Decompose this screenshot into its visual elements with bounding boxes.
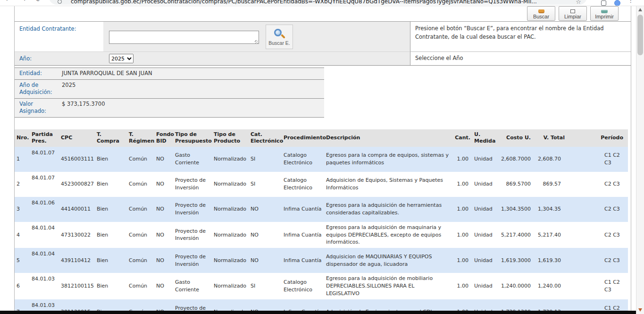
- entity-summary: Entidad: JUNTA PARROQUIAL DE SAN JUAN Añ…: [15, 68, 324, 118]
- col-header-periodo: Período: [567, 129, 628, 147]
- cell-tregimen: Común: [127, 172, 154, 197]
- cell-tcompra: Bien: [95, 222, 127, 248]
- cell-tipopresupuesto: Proyecto de Inversión: [173, 197, 212, 222]
- extensions-icon[interactable]: [601, 0, 606, 6]
- cell-periodo: C1 C2 C3: [567, 273, 628, 299]
- entity-row-value: $ 373,175.3700: [58, 99, 324, 117]
- cell-umedida: Unidad: [472, 147, 496, 172]
- cell-umedida: Unidad: [472, 222, 496, 248]
- cell-descripcion: Egresos para la adquisición de maquinari…: [324, 222, 451, 248]
- cell-vtotal: 869.57: [533, 172, 567, 197]
- bookmark-star-icon[interactable]: ☆: [576, 0, 581, 5]
- cell-tregimen: Común: [127, 273, 154, 299]
- cell-umedida: Unidad: [472, 172, 496, 197]
- col-header-nro: Nro.: [15, 129, 30, 147]
- textarea-resize-grip[interactable]: [255, 40, 258, 43]
- col-header-partida: Partida Pres.: [30, 129, 59, 147]
- cell-periodo: C2 C3: [567, 222, 628, 248]
- cell-vtotal: 5,217.40: [533, 222, 567, 248]
- pac-table-body: 1 84.01.07 4516003111 Bien Común NO Gast…: [15, 147, 628, 314]
- cell-periodo: C2 C3: [567, 172, 628, 197]
- cell-cpc: 4516003111: [59, 147, 95, 172]
- cell-tipopresupuesto: Proyecto de Inversión: [173, 222, 212, 248]
- cell-nro: 4: [15, 222, 30, 248]
- cell-partida: 84.01.06: [30, 197, 59, 222]
- cell-tipoproducto: Normalizado: [212, 197, 249, 222]
- page-content: Buscar Limpiar Imprimir Entidad Contrata…: [14, 6, 631, 314]
- col-header-procedimiento: Procedimiento: [282, 129, 324, 147]
- imprimir-button-label: Imprimir: [595, 14, 614, 19]
- back-icon[interactable]: ←: [6, 0, 11, 3]
- browser-toolbar: ← → ⟳ compraspublicas.gob.ec/ProcesoCont…: [0, 0, 644, 6]
- bottom-black-strip: [0, 311, 636, 314]
- profile-avatar[interactable]: [614, 0, 620, 6]
- cell-procedimiento: Infima Cuantía: [282, 197, 324, 222]
- cell-cant: 1.00: [451, 222, 472, 248]
- cell-costou: 1,240.0000: [496, 273, 533, 299]
- cell-catelectronico: NO: [249, 248, 282, 273]
- cell-tipoproducto: Normalizado: [212, 273, 249, 299]
- forward-icon[interactable]: →: [21, 0, 26, 3]
- table-row: 6 84.01.03 3812100115 Bien Común NO Gast…: [15, 273, 628, 299]
- cell-costou: 5,217.4000: [496, 222, 533, 248]
- col-header-tcompra: T. Compra: [95, 129, 127, 147]
- cell-tipopresupuesto: Proyecto de Inversión: [173, 172, 212, 197]
- cell-umedida: Unidad: [472, 273, 496, 299]
- entity-row-value: 2025: [58, 80, 324, 98]
- anio-help-text: Seleccione el Año: [410, 52, 631, 65]
- page-scrollbar[interactable]: [636, 6, 644, 314]
- anio-input-cell: 2025: [103, 52, 410, 65]
- site-info-icon[interactable]: [58, 0, 62, 4]
- buscar-e-label: Buscar E.: [268, 40, 290, 46]
- cell-procedimiento: Catalogo Electrónico: [282, 273, 324, 299]
- cell-costou: 1,304.3500: [496, 197, 533, 222]
- cell-cant: 1.00: [451, 147, 472, 172]
- buscar-binoculars-icon: [538, 9, 544, 13]
- entity-row-label: Valor Asignado:: [15, 99, 58, 117]
- limpiar-button[interactable]: Limpiar: [559, 6, 587, 21]
- cell-partida: 84.01.04: [30, 222, 59, 248]
- cell-partida: 84.01.04: [30, 248, 59, 273]
- cell-vtotal: 2,608.70: [533, 147, 567, 172]
- cell-partida: 84.01.03: [30, 273, 59, 299]
- cell-descripcion: Egresos para la compra de equipos, siste…: [324, 147, 451, 172]
- browser-menu-icon[interactable]: ⋮: [628, 0, 634, 4]
- entity-row-value: JUNTA PARROQUIAL DE SAN JUAN: [58, 68, 324, 79]
- col-header-costou: Costo U.: [496, 129, 533, 147]
- cell-nro: 5: [15, 248, 30, 273]
- buscar-e-button[interactable]: Buscar E.: [266, 25, 293, 49]
- cell-vtotal: 1,304.35: [533, 197, 567, 222]
- entity-row-label: Entidad:: [15, 68, 58, 79]
- cell-tcompra: Bien: [95, 172, 127, 197]
- scroll-down-arrow-icon[interactable]: [638, 308, 642, 312]
- cell-periodo: C2 C3: [567, 197, 628, 222]
- cell-tregimen: Común: [127, 248, 154, 273]
- cell-cpc: 441400011: [59, 197, 95, 222]
- imprimir-printer-icon: [601, 10, 608, 13]
- anio-select[interactable]: 2025: [109, 54, 134, 63]
- cell-nro: 2: [15, 172, 30, 197]
- magnifier-icon: [274, 28, 285, 40]
- cell-cpc: 3812100115: [59, 273, 95, 299]
- imprimir-button[interactable]: Imprimir: [590, 6, 619, 21]
- cell-fondobid: NO: [154, 147, 173, 172]
- pac-table-header: Nro. Partida Pres. CPC T. Compra T. Régi…: [15, 129, 628, 147]
- cell-procedimiento: Infima Cuantía: [282, 222, 324, 248]
- cell-tcompra: Bien: [95, 197, 127, 222]
- cell-descripcion: Adquisicion de Equipos, Sistemas y Paque…: [324, 172, 451, 197]
- cell-costou: 869.5700: [496, 172, 533, 197]
- entity-summary-row: Año de Adquisición: 2025: [15, 80, 324, 99]
- scroll-up-arrow-icon[interactable]: [638, 8, 642, 11]
- entidad-contratante-input[interactable]: [109, 31, 259, 44]
- cell-tregimen: Común: [127, 147, 154, 172]
- table-row: 2 84.01.07 4523000827 Bien Común NO Proy…: [15, 172, 628, 197]
- cell-vtotal: 1,619.30: [533, 248, 567, 273]
- table-row: 5 84.01.04 439110412 Bien Común NO Proye…: [15, 248, 628, 273]
- reload-icon[interactable]: ⟳: [36, 0, 41, 3]
- cell-catelectronico: SI: [249, 147, 282, 172]
- cell-tipopresupuesto: Gasto Corriente: [173, 147, 212, 172]
- scrollbar-thumb[interactable]: [637, 15, 643, 55]
- cell-nro: 1: [15, 147, 30, 172]
- address-bar[interactable]: compraspublicas.gob.ec/ProcesoContrataci…: [49, 0, 587, 5]
- buscar-button[interactable]: Buscar: [527, 6, 555, 21]
